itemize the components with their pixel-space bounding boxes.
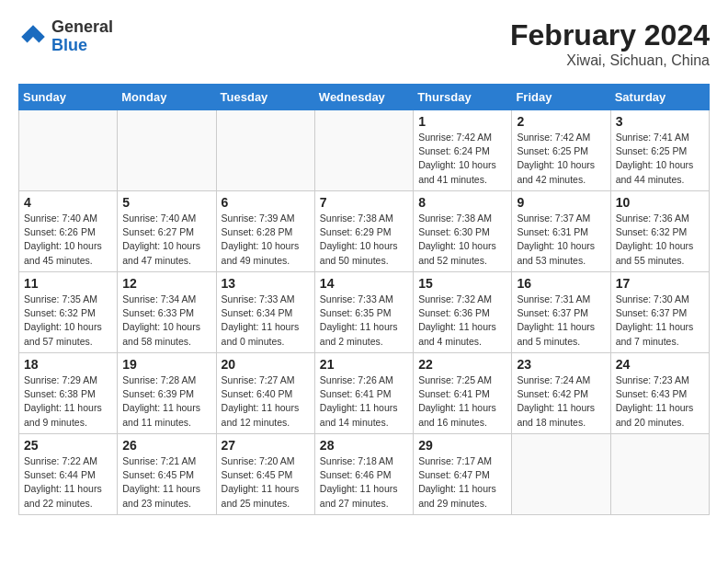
day-info: Sunrise: 7:33 AMSunset: 6:34 PMDaylight:… xyxy=(222,293,310,349)
day-number: 23 xyxy=(517,357,605,372)
day-info: Sunrise: 7:39 AMSunset: 6:28 PMDaylight:… xyxy=(222,212,310,268)
day-info: Sunrise: 7:24 AMSunset: 6:42 PMDaylight:… xyxy=(517,373,605,430)
day-number: 16 xyxy=(517,276,605,291)
day-number: 5 xyxy=(122,195,210,210)
week-row-1: 1Sunrise: 7:42 AMSunset: 6:24 PMDaylight… xyxy=(19,110,710,191)
day-number: 9 xyxy=(517,195,605,210)
weekday-header-sunday: Sunday xyxy=(19,85,118,110)
day-info: Sunrise: 7:34 AMSunset: 6:33 PMDaylight:… xyxy=(122,293,210,349)
calendar-cell: 6Sunrise: 7:39 AMSunset: 6:28 PMDaylight… xyxy=(216,191,314,272)
calendar-cell: 25Sunrise: 7:22 AMSunset: 6:44 PMDayligh… xyxy=(19,434,118,515)
weekday-header-thursday: Thursday xyxy=(414,85,512,110)
day-info: Sunrise: 7:41 AMSunset: 6:25 PMDaylight:… xyxy=(616,131,704,187)
weekday-header-wednesday: Wednesday xyxy=(314,85,413,110)
logo-icon xyxy=(18,22,48,52)
day-info: Sunrise: 7:40 AMSunset: 6:27 PMDaylight:… xyxy=(122,212,210,268)
day-number: 3 xyxy=(616,114,704,129)
day-number: 19 xyxy=(122,357,210,372)
day-number: 24 xyxy=(616,357,704,372)
calendar-cell: 2Sunrise: 7:42 AMSunset: 6:25 PMDaylight… xyxy=(512,110,610,191)
weekday-header-monday: Monday xyxy=(118,85,216,110)
calendar-cell xyxy=(610,434,709,515)
calendar-cell: 12Sunrise: 7:34 AMSunset: 6:33 PMDayligh… xyxy=(118,272,216,353)
day-info: Sunrise: 7:23 AMSunset: 6:43 PMDaylight:… xyxy=(616,373,704,430)
calendar-cell: 22Sunrise: 7:25 AMSunset: 6:41 PMDayligh… xyxy=(414,353,512,434)
day-info: Sunrise: 7:20 AMSunset: 6:45 PMDaylight:… xyxy=(222,454,310,511)
location-subtitle: Xiwai, Sichuan, China xyxy=(510,52,710,69)
weekday-header-tuesday: Tuesday xyxy=(216,85,314,110)
calendar-cell: 13Sunrise: 7:33 AMSunset: 6:34 PMDayligh… xyxy=(216,272,314,353)
calendar-cell: 19Sunrise: 7:28 AMSunset: 6:39 PMDayligh… xyxy=(118,353,216,434)
calendar-cell xyxy=(314,110,413,191)
day-info: Sunrise: 7:30 AMSunset: 6:37 PMDaylight:… xyxy=(616,293,704,349)
day-number: 15 xyxy=(418,276,506,291)
day-number: 21 xyxy=(320,357,408,372)
day-info: Sunrise: 7:36 AMSunset: 6:32 PMDaylight:… xyxy=(616,212,704,268)
day-number: 25 xyxy=(24,438,112,453)
day-number: 26 xyxy=(122,438,210,453)
day-info: Sunrise: 7:21 AMSunset: 6:45 PMDaylight:… xyxy=(122,454,210,511)
title-block: February 2024 Xiwai, Sichuan, China xyxy=(510,18,710,69)
day-number: 18 xyxy=(24,357,112,372)
day-info: Sunrise: 7:35 AMSunset: 6:32 PMDaylight:… xyxy=(24,293,112,349)
day-number: 2 xyxy=(517,114,605,129)
calendar-table: SundayMondayTuesdayWednesdayThursdayFrid… xyxy=(18,84,710,515)
calendar-cell xyxy=(216,110,314,191)
logo-text: General Blue xyxy=(51,18,113,55)
calendar-cell: 17Sunrise: 7:30 AMSunset: 6:37 PMDayligh… xyxy=(610,272,709,353)
calendar-cell: 27Sunrise: 7:20 AMSunset: 6:45 PMDayligh… xyxy=(216,434,314,515)
day-info: Sunrise: 7:26 AMSunset: 6:41 PMDaylight:… xyxy=(320,373,408,430)
day-number: 27 xyxy=(222,438,310,453)
calendar-cell: 18Sunrise: 7:29 AMSunset: 6:38 PMDayligh… xyxy=(19,353,118,434)
calendar-cell: 5Sunrise: 7:40 AMSunset: 6:27 PMDaylight… xyxy=(118,191,216,272)
day-info: Sunrise: 7:22 AMSunset: 6:44 PMDaylight:… xyxy=(24,454,112,511)
day-info: Sunrise: 7:42 AMSunset: 6:25 PMDaylight:… xyxy=(517,131,605,187)
day-number: 8 xyxy=(418,195,506,210)
day-number: 6 xyxy=(222,195,310,210)
calendar-cell: 7Sunrise: 7:38 AMSunset: 6:29 PMDaylight… xyxy=(314,191,413,272)
day-info: Sunrise: 7:29 AMSunset: 6:38 PMDaylight:… xyxy=(24,373,112,430)
day-info: Sunrise: 7:28 AMSunset: 6:39 PMDaylight:… xyxy=(122,373,210,430)
day-number: 7 xyxy=(320,195,408,210)
weekday-header-friday: Friday xyxy=(512,85,610,110)
day-number: 11 xyxy=(24,276,112,291)
day-info: Sunrise: 7:37 AMSunset: 6:31 PMDaylight:… xyxy=(517,212,605,268)
day-number: 10 xyxy=(616,195,704,210)
day-number: 28 xyxy=(320,438,408,453)
calendar-cell: 23Sunrise: 7:24 AMSunset: 6:42 PMDayligh… xyxy=(512,353,610,434)
calendar-cell: 15Sunrise: 7:32 AMSunset: 6:36 PMDayligh… xyxy=(414,272,512,353)
day-info: Sunrise: 7:38 AMSunset: 6:29 PMDaylight:… xyxy=(320,212,408,268)
day-info: Sunrise: 7:18 AMSunset: 6:46 PMDaylight:… xyxy=(320,454,408,511)
week-row-3: 11Sunrise: 7:35 AMSunset: 6:32 PMDayligh… xyxy=(19,272,710,353)
svg-marker-0 xyxy=(21,25,45,42)
calendar-cell: 11Sunrise: 7:35 AMSunset: 6:32 PMDayligh… xyxy=(19,272,118,353)
calendar-cell: 9Sunrise: 7:37 AMSunset: 6:31 PMDaylight… xyxy=(512,191,610,272)
page-header: General Blue February 2024 Xiwai, Sichua… xyxy=(18,18,710,69)
day-info: Sunrise: 7:31 AMSunset: 6:37 PMDaylight:… xyxy=(517,293,605,349)
day-number: 13 xyxy=(222,276,310,291)
weekday-header-saturday: Saturday xyxy=(610,85,709,110)
calendar-cell xyxy=(512,434,610,515)
calendar-cell: 3Sunrise: 7:41 AMSunset: 6:25 PMDaylight… xyxy=(610,110,709,191)
calendar-cell xyxy=(118,110,216,191)
day-info: Sunrise: 7:27 AMSunset: 6:40 PMDaylight:… xyxy=(222,373,310,430)
day-info: Sunrise: 7:38 AMSunset: 6:30 PMDaylight:… xyxy=(418,212,506,268)
calendar-cell: 24Sunrise: 7:23 AMSunset: 6:43 PMDayligh… xyxy=(610,353,709,434)
day-number: 22 xyxy=(418,357,506,372)
calendar-cell: 10Sunrise: 7:36 AMSunset: 6:32 PMDayligh… xyxy=(610,191,709,272)
day-number: 14 xyxy=(320,276,408,291)
month-year-title: February 2024 xyxy=(510,18,710,52)
calendar-cell xyxy=(19,110,118,191)
day-number: 20 xyxy=(222,357,310,372)
day-number: 1 xyxy=(418,114,506,129)
day-number: 4 xyxy=(24,195,112,210)
day-info: Sunrise: 7:42 AMSunset: 6:24 PMDaylight:… xyxy=(418,131,506,187)
calendar-cell: 16Sunrise: 7:31 AMSunset: 6:37 PMDayligh… xyxy=(512,272,610,353)
calendar-cell: 4Sunrise: 7:40 AMSunset: 6:26 PMDaylight… xyxy=(19,191,118,272)
calendar-cell: 28Sunrise: 7:18 AMSunset: 6:46 PMDayligh… xyxy=(314,434,413,515)
calendar-cell: 26Sunrise: 7:21 AMSunset: 6:45 PMDayligh… xyxy=(118,434,216,515)
week-row-5: 25Sunrise: 7:22 AMSunset: 6:44 PMDayligh… xyxy=(19,434,710,515)
day-info: Sunrise: 7:32 AMSunset: 6:36 PMDaylight:… xyxy=(418,293,506,349)
week-row-2: 4Sunrise: 7:40 AMSunset: 6:26 PMDaylight… xyxy=(19,191,710,272)
day-info: Sunrise: 7:17 AMSunset: 6:47 PMDaylight:… xyxy=(418,454,506,511)
